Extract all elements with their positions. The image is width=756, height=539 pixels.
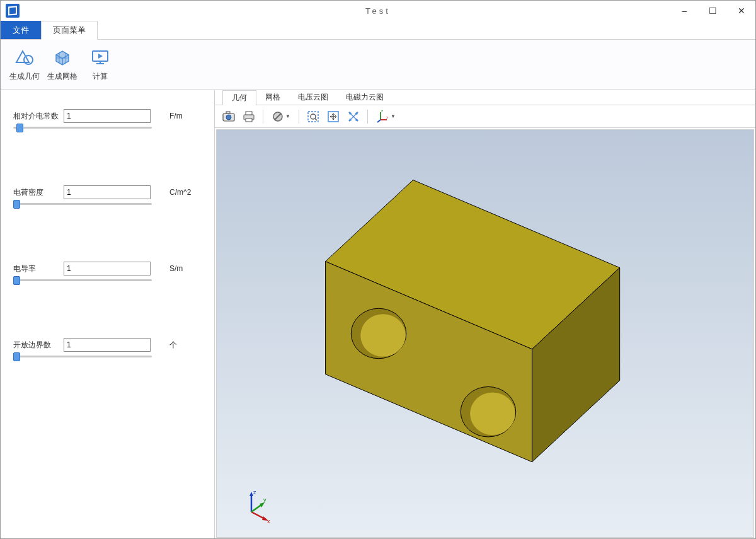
sidebar: 相对介电常数 F/m 电荷密度 C/m^2 电导率 S/m bbox=[1, 90, 215, 539]
svg-rect-6 bbox=[226, 112, 230, 113]
close-button[interactable]: ✕ bbox=[727, 1, 755, 21]
minimize-button[interactable]: – bbox=[670, 1, 699, 21]
pan-button[interactable] bbox=[345, 108, 362, 125]
view-tab-mesh[interactable]: 网格 bbox=[256, 90, 289, 105]
app-icon bbox=[6, 4, 20, 18]
toolbar-separator bbox=[367, 110, 368, 124]
compute-label: 计算 bbox=[93, 71, 108, 82]
charge-density-slider[interactable] bbox=[13, 203, 152, 205]
charge-density-input[interactable] bbox=[64, 185, 151, 199]
viewport-toolbar: ▼ bbox=[215, 105, 755, 128]
svg-text:z: z bbox=[381, 110, 383, 113]
menu-tabs: 文件 页面菜单 bbox=[1, 21, 755, 40]
compute-button[interactable]: 计算 bbox=[83, 43, 118, 87]
axes-button[interactable]: z x ▼ bbox=[373, 108, 398, 125]
open-boundary-input[interactable] bbox=[64, 338, 151, 352]
gen-geometry-button[interactable]: 生成几何 bbox=[7, 43, 42, 87]
window-controls: – ☐ ✕ bbox=[670, 1, 755, 21]
open-boundary-label: 开放边界数 bbox=[13, 340, 64, 351]
tab-file[interactable]: 文件 bbox=[1, 21, 41, 39]
open-boundary-slider[interactable] bbox=[13, 356, 152, 357]
gizmo-x-label: x bbox=[267, 518, 270, 525]
fit-button[interactable] bbox=[324, 108, 342, 125]
print-button[interactable] bbox=[240, 108, 258, 125]
geometry-render bbox=[217, 130, 753, 537]
nohide-icon bbox=[272, 110, 284, 123]
zoom-box-button[interactable] bbox=[304, 108, 322, 125]
cube-icon bbox=[52, 47, 72, 67]
permittivity-unit: F/m bbox=[169, 112, 183, 120]
svg-line-18 bbox=[377, 120, 381, 122]
svg-marker-33 bbox=[260, 502, 265, 507]
svg-point-25 bbox=[360, 314, 406, 357]
pan-icon bbox=[346, 110, 360, 124]
conductivity-slider[interactable] bbox=[13, 279, 152, 281]
print-icon bbox=[242, 110, 256, 124]
param-open-boundary: 开放边界数 个 bbox=[13, 338, 202, 357]
conductivity-label: 电导率 bbox=[13, 264, 64, 274]
permittivity-slider[interactable] bbox=[13, 127, 152, 129]
camera-icon bbox=[222, 110, 236, 124]
play-screen-icon bbox=[90, 47, 110, 67]
svg-point-13 bbox=[311, 114, 316, 119]
svg-point-27 bbox=[470, 392, 515, 435]
view-tabs: 几何 网格 电压云图 电磁力云图 bbox=[215, 90, 755, 105]
svg-rect-8 bbox=[246, 112, 252, 115]
conductivity-unit: S/m bbox=[169, 264, 183, 273]
gizmo-z-label: z bbox=[253, 489, 256, 496]
titlebar: Test – ☐ ✕ bbox=[1, 1, 755, 21]
param-charge-density: 电荷密度 C/m^2 bbox=[13, 185, 202, 205]
3d-viewport[interactable]: z x y bbox=[216, 129, 754, 538]
tab-page-menu[interactable]: 页面菜单 bbox=[41, 21, 98, 40]
conductivity-input[interactable] bbox=[64, 262, 151, 275]
gen-mesh-label: 生成网格 bbox=[47, 71, 77, 82]
svg-point-5 bbox=[226, 115, 231, 120]
nohide-button[interactable]: ▼ bbox=[268, 108, 294, 125]
view-tab-geometry[interactable]: 几何 bbox=[222, 90, 256, 105]
main-area: 相对介电常数 F/m 电荷密度 C/m^2 电导率 S/m bbox=[1, 90, 755, 539]
fit-icon bbox=[326, 110, 340, 124]
permittivity-label: 相对介电常数 bbox=[13, 111, 64, 122]
axis-gizmo: z x y bbox=[236, 487, 273, 525]
chevron-down-icon: ▼ bbox=[285, 113, 290, 119]
permittivity-input[interactable] bbox=[64, 109, 151, 123]
gen-mesh-button[interactable]: 生成网格 bbox=[45, 43, 80, 87]
param-conductivity: 电导率 S/m bbox=[13, 262, 202, 281]
svg-line-14 bbox=[315, 119, 317, 120]
charge-density-unit: C/m^2 bbox=[169, 188, 191, 197]
gen-geometry-label: 生成几何 bbox=[9, 71, 40, 82]
ribbon: 生成几何 生成网格 计算 bbox=[1, 40, 755, 90]
canvas-area: 几何 网格 电压云图 电磁力云图 bbox=[215, 90, 755, 539]
param-permittivity: 相对介电常数 F/m bbox=[13, 109, 202, 129]
gizmo-y-label: y bbox=[263, 497, 266, 503]
toolbar-separator bbox=[263, 110, 263, 124]
zoom-box-icon bbox=[306, 110, 320, 124]
axes-icon: z x bbox=[375, 110, 389, 124]
view-tab-emforce[interactable]: 电磁力云图 bbox=[337, 90, 392, 105]
svg-rect-9 bbox=[246, 119, 252, 122]
triangle-circle-icon bbox=[14, 47, 35, 67]
chevron-down-icon: ▼ bbox=[391, 113, 396, 119]
open-boundary-unit: 个 bbox=[169, 340, 177, 351]
camera-button[interactable] bbox=[220, 108, 238, 125]
maximize-button[interactable]: ☐ bbox=[699, 1, 727, 21]
svg-text:x: x bbox=[386, 115, 388, 119]
charge-density-label: 电荷密度 bbox=[13, 187, 64, 198]
window-title: Test bbox=[365, 6, 391, 16]
toolbar-separator bbox=[299, 110, 299, 124]
view-tab-voltage[interactable]: 电压云图 bbox=[289, 90, 337, 105]
